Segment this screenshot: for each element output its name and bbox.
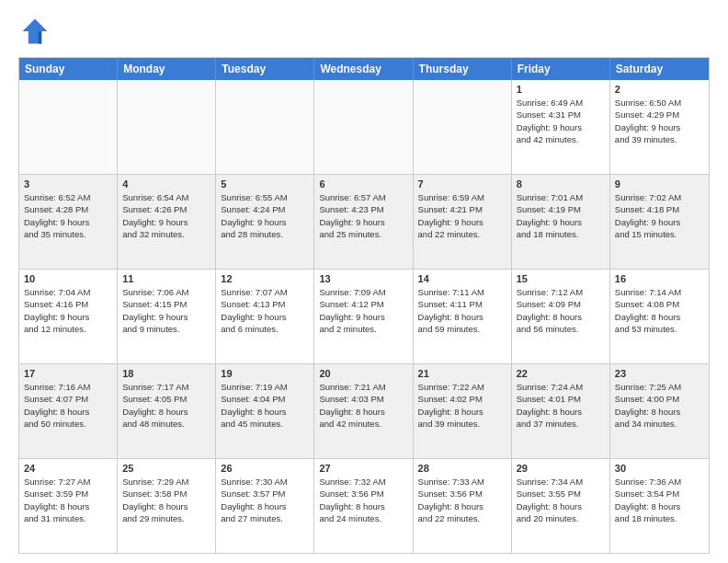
day-info: Sunrise: 7:29 AMSunset: 3:58 PMDaylight:… xyxy=(122,476,210,524)
day-number: 3 xyxy=(24,178,112,190)
day-info: Sunrise: 7:22 AMSunset: 4:02 PMDaylight:… xyxy=(418,381,506,430)
day-number: 8 xyxy=(517,178,605,190)
day-cell-6: 6Sunrise: 6:57 AMSunset: 4:23 PMDaylight… xyxy=(314,175,413,269)
day-cell-4: 4Sunrise: 6:54 AMSunset: 4:26 PMDaylight… xyxy=(118,175,216,269)
day-cell-1: 1Sunrise: 6:49 AMSunset: 4:31 PMDaylight… xyxy=(512,80,610,174)
day-info: Sunrise: 6:55 AMSunset: 4:24 PMDaylight:… xyxy=(221,191,309,240)
day-number: 11 xyxy=(122,273,210,284)
empty-cell xyxy=(314,80,413,174)
day-number: 21 xyxy=(418,368,506,379)
day-number: 19 xyxy=(221,368,309,379)
day-number: 26 xyxy=(221,463,309,474)
day-cell-3: 3Sunrise: 6:52 AMSunset: 4:28 PMDaylight… xyxy=(19,175,118,269)
day-cell-24: 24Sunrise: 7:27 AMSunset: 3:59 PMDayligh… xyxy=(19,459,118,553)
day-info: Sunrise: 6:50 AMSunset: 4:29 PMDaylight:… xyxy=(615,97,704,145)
day-number: 1 xyxy=(517,84,605,95)
day-cell-2: 2Sunrise: 6:50 AMSunset: 4:29 PMDaylight… xyxy=(610,80,709,174)
day-info: Sunrise: 7:12 AMSunset: 4:09 PMDaylight:… xyxy=(517,286,605,335)
day-number: 7 xyxy=(418,178,506,190)
calendar-header: SundayMondayTuesdayWednesdayThursdayFrid… xyxy=(19,58,709,80)
day-cell-5: 5Sunrise: 6:55 AMSunset: 4:24 PMDaylight… xyxy=(216,175,314,269)
day-number: 17 xyxy=(24,368,112,379)
empty-cell xyxy=(118,80,216,174)
day-cell-18: 18Sunrise: 7:17 AMSunset: 4:05 PMDayligh… xyxy=(118,364,216,458)
day-info: Sunrise: 6:57 AMSunset: 4:23 PMDaylight:… xyxy=(319,191,407,240)
day-cell-30: 30Sunrise: 7:36 AMSunset: 3:54 PMDayligh… xyxy=(610,459,709,553)
day-cell-8: 8Sunrise: 7:01 AMSunset: 4:19 PMDaylight… xyxy=(512,175,610,269)
day-info: Sunrise: 7:19 AMSunset: 4:04 PMDaylight:… xyxy=(221,381,309,430)
day-info: Sunrise: 6:49 AMSunset: 4:31 PMDaylight:… xyxy=(517,97,605,145)
empty-cell xyxy=(414,80,512,174)
day-number: 9 xyxy=(615,178,704,190)
week-row-5: 24Sunrise: 7:27 AMSunset: 3:59 PMDayligh… xyxy=(19,458,709,553)
day-info: Sunrise: 7:25 AMSunset: 4:00 PMDaylight:… xyxy=(615,381,704,430)
svg-marker-0 xyxy=(23,19,48,44)
day-info: Sunrise: 7:32 AMSunset: 3:56 PMDaylight:… xyxy=(319,476,407,524)
day-number: 6 xyxy=(319,178,407,190)
day-info: Sunrise: 7:24 AMSunset: 4:01 PMDaylight:… xyxy=(517,381,605,430)
day-number: 23 xyxy=(615,368,704,379)
logo xyxy=(18,15,57,48)
day-number: 2 xyxy=(615,84,704,95)
header-day-monday: Monday xyxy=(118,58,216,80)
day-cell-27: 27Sunrise: 7:32 AMSunset: 3:56 PMDayligh… xyxy=(314,459,413,553)
day-cell-21: 21Sunrise: 7:22 AMSunset: 4:02 PMDayligh… xyxy=(414,364,512,458)
day-cell-23: 23Sunrise: 7:25 AMSunset: 4:00 PMDayligh… xyxy=(610,364,709,458)
day-number: 27 xyxy=(319,463,407,474)
page: SundayMondayTuesdayWednesdayThursdayFrid… xyxy=(0,0,728,563)
header-day-sunday: Sunday xyxy=(19,58,118,80)
empty-cell xyxy=(216,80,314,174)
week-row-1: 1Sunrise: 6:49 AMSunset: 4:31 PMDaylight… xyxy=(19,80,709,174)
week-row-3: 10Sunrise: 7:04 AMSunset: 4:16 PMDayligh… xyxy=(19,269,709,363)
header-day-tuesday: Tuesday xyxy=(216,58,314,80)
day-info: Sunrise: 7:33 AMSunset: 3:56 PMDaylight:… xyxy=(418,476,506,524)
logo-icon xyxy=(18,15,51,48)
day-cell-25: 25Sunrise: 7:29 AMSunset: 3:58 PMDayligh… xyxy=(118,459,216,553)
day-cell-22: 22Sunrise: 7:24 AMSunset: 4:01 PMDayligh… xyxy=(512,364,610,458)
day-cell-17: 17Sunrise: 7:16 AMSunset: 4:07 PMDayligh… xyxy=(19,364,118,458)
day-info: Sunrise: 6:52 AMSunset: 4:28 PMDaylight:… xyxy=(24,191,112,240)
header-day-wednesday: Wednesday xyxy=(314,58,413,80)
day-cell-29: 29Sunrise: 7:34 AMSunset: 3:55 PMDayligh… xyxy=(512,459,610,553)
day-cell-13: 13Sunrise: 7:09 AMSunset: 4:12 PMDayligh… xyxy=(314,270,413,363)
calendar: SundayMondayTuesdayWednesdayThursdayFrid… xyxy=(18,57,710,554)
day-info: Sunrise: 7:16 AMSunset: 4:07 PMDaylight:… xyxy=(24,381,112,430)
day-info: Sunrise: 6:59 AMSunset: 4:21 PMDaylight:… xyxy=(418,191,506,240)
day-info: Sunrise: 7:07 AMSunset: 4:13 PMDaylight:… xyxy=(221,286,309,335)
week-row-2: 3Sunrise: 6:52 AMSunset: 4:28 PMDaylight… xyxy=(19,174,709,269)
header-day-saturday: Saturday xyxy=(610,58,709,80)
day-cell-19: 19Sunrise: 7:19 AMSunset: 4:04 PMDayligh… xyxy=(216,364,314,458)
day-number: 25 xyxy=(122,463,210,474)
day-info: Sunrise: 7:14 AMSunset: 4:08 PMDaylight:… xyxy=(615,286,704,335)
day-number: 18 xyxy=(122,368,210,379)
day-info: Sunrise: 7:04 AMSunset: 4:16 PMDaylight:… xyxy=(24,286,112,335)
day-info: Sunrise: 7:02 AMSunset: 4:18 PMDaylight:… xyxy=(615,191,704,240)
day-cell-9: 9Sunrise: 7:02 AMSunset: 4:18 PMDaylight… xyxy=(610,175,709,269)
day-cell-11: 11Sunrise: 7:06 AMSunset: 4:15 PMDayligh… xyxy=(118,270,216,363)
day-info: Sunrise: 7:09 AMSunset: 4:12 PMDaylight:… xyxy=(319,286,407,335)
day-info: Sunrise: 7:36 AMSunset: 3:54 PMDaylight:… xyxy=(615,476,704,524)
calendar-body: 1Sunrise: 6:49 AMSunset: 4:31 PMDaylight… xyxy=(19,80,709,553)
day-number: 20 xyxy=(319,368,407,379)
day-number: 15 xyxy=(517,273,605,284)
header xyxy=(18,15,710,48)
day-cell-28: 28Sunrise: 7:33 AMSunset: 3:56 PMDayligh… xyxy=(414,459,512,553)
header-day-friday: Friday xyxy=(512,58,610,80)
week-row-4: 17Sunrise: 7:16 AMSunset: 4:07 PMDayligh… xyxy=(19,363,709,458)
day-cell-12: 12Sunrise: 7:07 AMSunset: 4:13 PMDayligh… xyxy=(216,270,314,363)
day-number: 4 xyxy=(122,178,210,190)
day-cell-14: 14Sunrise: 7:11 AMSunset: 4:11 PMDayligh… xyxy=(414,270,512,363)
day-info: Sunrise: 7:34 AMSunset: 3:55 PMDaylight:… xyxy=(517,476,605,524)
day-info: Sunrise: 7:17 AMSunset: 4:05 PMDaylight:… xyxy=(122,381,210,430)
day-number: 22 xyxy=(517,368,605,379)
day-info: Sunrise: 7:30 AMSunset: 3:57 PMDaylight:… xyxy=(221,476,309,524)
header-day-thursday: Thursday xyxy=(414,58,512,80)
day-cell-10: 10Sunrise: 7:04 AMSunset: 4:16 PMDayligh… xyxy=(19,270,118,363)
day-number: 24 xyxy=(24,463,112,474)
day-number: 16 xyxy=(615,273,704,284)
day-info: Sunrise: 7:06 AMSunset: 4:15 PMDaylight:… xyxy=(122,286,210,335)
day-cell-20: 20Sunrise: 7:21 AMSunset: 4:03 PMDayligh… xyxy=(314,364,413,458)
day-info: Sunrise: 7:01 AMSunset: 4:19 PMDaylight:… xyxy=(517,191,605,240)
day-number: 5 xyxy=(221,178,309,190)
day-info: Sunrise: 6:54 AMSunset: 4:26 PMDaylight:… xyxy=(122,191,210,240)
